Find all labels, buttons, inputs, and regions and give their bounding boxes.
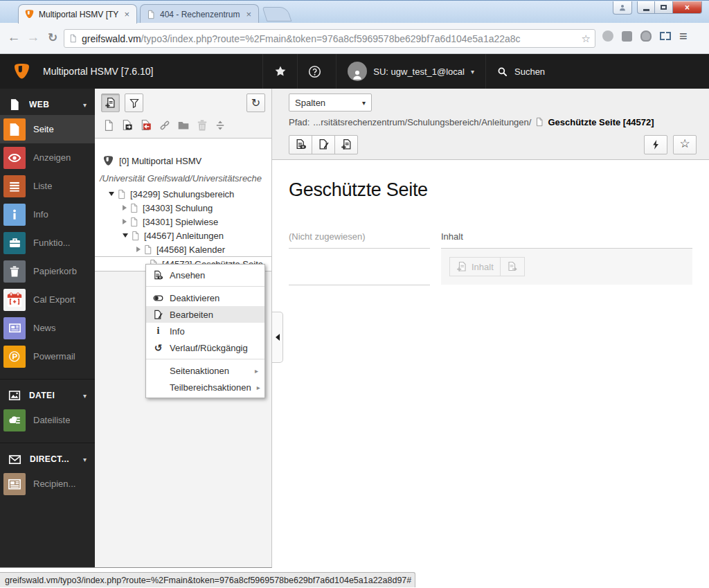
typo3-favicon [24,9,35,19]
sidebar-item-liste[interactable]: Liste [0,172,95,200]
sidebar-item-info[interactable]: Info [0,200,95,229]
tree-node[interactable]: [34299] Schulungsbereich [95,187,271,201]
drag-new-page-icon[interactable] [102,119,115,132]
sidebar-item-dateiliste[interactable]: Dateiliste [0,406,95,434]
extension-circle-icon[interactable] [602,30,613,42]
refresh-tree-button[interactable]: ↻ [246,93,265,112]
tree-collapse-handle[interactable] [272,312,283,363]
bookmark-star-icon[interactable]: ☆ [582,33,591,45]
page-tree: [0] Multiportal HSMV /Universität Greifs… [95,139,271,271]
recipient-module-icon [3,473,26,495]
topbar-search[interactable]: Suchen [485,54,709,89]
sidebar-item-recipient[interactable]: Recipien... [0,470,95,498]
sidebar-item-funktionen[interactable]: Funktio... [0,229,95,257]
tree-root-node[interactable]: [0] Multiportal HSMV [95,152,271,169]
bookmarks-button[interactable] [262,54,297,89]
tree-node-label[interactable]: [34299] Schulungsbereich [130,189,234,199]
filter-button[interactable] [125,93,143,112]
browser-menu-icon[interactable]: ≡ [679,29,688,43]
edit-page-button[interactable] [312,135,335,154]
section-label: DATEI [29,391,75,400]
help-button[interactable] [297,54,332,89]
tree-node[interactable]: [44567] Anleitungen [95,229,271,242]
fullscreen-brackets-icon[interactable] [660,32,671,40]
back-button[interactable]: ← [4,28,24,47]
minimize-button[interactable] [637,1,655,14]
drag-new-link-icon[interactable] [140,119,152,132]
sidebar-item-news[interactable]: News [0,314,95,342]
expand-arrow-icon[interactable] [136,247,141,252]
maximize-button[interactable] [655,1,673,14]
drag-new-shortcut-icon[interactable] [121,119,134,132]
browser-tab-inactive[interactable]: 404 - Rechenzentrum - Er × [140,4,259,24]
pagetree-toolbar: ↻ [95,89,271,139]
expand-arrow-icon[interactable] [123,219,127,224]
chevron-down-icon: ▾ [362,99,366,107]
tree-node-label[interactable]: [34301] Spielwiese [143,217,218,227]
menu-item-deaktivieren[interactable]: Deaktivieren [146,289,264,306]
current-page-ref: Geschützte Seite [44572] [548,117,654,127]
close-button[interactable]: × [673,1,702,14]
section-header-datei[interactable]: DATEI ▾ [0,385,95,406]
drag-trash-icon[interactable] [196,119,208,132]
username: SU: ugw_test_1@local [373,66,465,77]
tree-node-label[interactable]: [34303] Schulung [143,203,213,213]
typo3-logo[interactable] [0,62,43,81]
paste-content-button[interactable] [500,257,525,276]
menu-item-ansehen[interactable]: Ansehen [146,267,264,283]
search-label: Suchen [514,66,545,77]
tree-mount-path: /Universität Greifswald/Universitätsrech… [95,169,271,187]
sidebar-item-powermail[interactable]: ℗ Powermail [0,342,95,371]
layout-select[interactable]: Spalten ▾ [289,93,372,112]
menu-item-label: Bearbeiten [170,310,213,320]
reload-button[interactable]: ↻ [43,28,62,47]
view-page-button[interactable] [289,135,312,154]
functions-module-icon [3,232,26,254]
new-content-button[interactable] [334,135,358,154]
collapse-arrow-icon[interactable] [123,233,128,238]
menu-item-seitenaktionen[interactable]: Seitenaktionen ▸ [146,362,264,379]
clear-cache-button[interactable] [644,135,667,154]
menu-item-label: Info [170,326,185,337]
toggle-icon [152,293,164,303]
tab-close-icon[interactable]: × [244,10,253,19]
drag-spacer-icon[interactable] [215,120,226,131]
column-content-cell: Inhalt [441,249,692,285]
path-label: Pfad: [289,117,309,127]
sidebar-item-label: Funktio... [33,238,70,248]
sidebar-item-papierkorb[interactable]: Papierkorb [0,257,95,285]
menu-item-verlauf[interactable]: ↺ Verlauf/Rückgängig [146,339,264,356]
address-bar[interactable]: greifswald.vm/typo3/index.php?route=%2Fm… [64,29,595,48]
drag-new-folder-icon[interactable] [177,119,190,132]
collapse-arrow-icon[interactable] [109,192,114,196]
add-content-button[interactable]: Inhalt [449,257,501,276]
new-tab-button[interactable] [262,7,292,21]
section-header-directmail[interactable]: DIRECT... ▾ [0,449,95,470]
tree-node-label[interactable]: [44567] Anleitungen [144,231,224,241]
tree-node-label[interactable]: [44568] Kalender [156,244,225,255]
forward-button[interactable]: → [24,28,43,47]
menu-item-info[interactable]: i Info [146,323,264,339]
tree-node[interactable]: [34303] Schulung [95,201,271,215]
tree-node[interactable]: [44568] Kalender [95,242,271,256]
section-header-web[interactable]: WEB ▾ [0,94,95,115]
tab-close-icon[interactable]: × [123,10,131,19]
sidebar-item-cal-export[interactable]: Cal Export [0,285,95,314]
user-menu[interactable]: SU: ugw_test_1@local ▾ [336,54,485,89]
expand-arrow-icon[interactable] [123,205,127,211]
sidebar-item-label: Info [33,209,48,220]
menu-item-teilbereichsaktionen[interactable]: Teilbereichsaktionen ▸ [146,379,264,395]
bookmark-button[interactable]: ☆ [673,135,697,154]
drag-new-mount-icon[interactable] [159,119,171,132]
profile-button[interactable] [613,1,632,15]
extension-square-icon[interactable] [622,31,632,42]
menu-item-bearbeiten[interactable]: Bearbeiten [146,306,264,323]
extension-shield-icon[interactable] [640,30,652,42]
tree-node[interactable]: [34301] Spielwiese [95,215,271,229]
column-unassigned: (Nicht zugewiesen) [289,231,430,285]
browser-tab-active[interactable]: Multiportal HSMV [TYPO3 × [18,4,137,24]
page-icon [116,189,127,199]
new-page-button[interactable] [101,93,120,112]
sidebar-item-anzeigen[interactable]: Anzeigen [0,143,95,172]
sidebar-item-seite[interactable]: Seite [0,115,95,143]
